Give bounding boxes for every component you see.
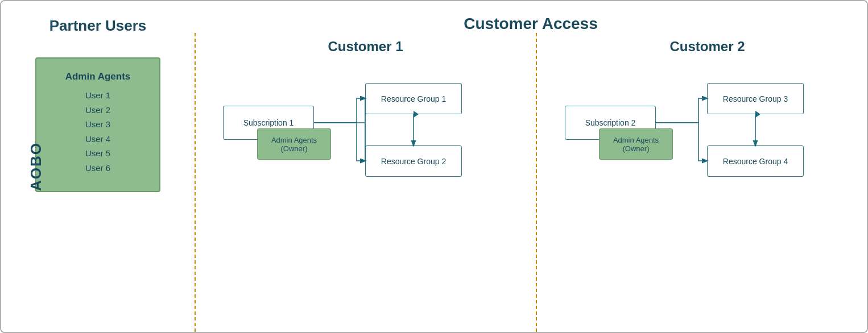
admin-agents-user-1: User 1 bbox=[85, 88, 110, 103]
resource-group4-box: Resource Group 4 bbox=[707, 145, 804, 177]
admin-agents-owner1-box: Admin Agents (Owner) bbox=[257, 128, 331, 160]
resource-group3-box: Resource Group 3 bbox=[707, 83, 804, 114]
admin-agents-box-title: Admin Agents bbox=[65, 71, 131, 82]
admin-agents-box: Admin Agents User 1 User 2 User 3 User 4… bbox=[35, 57, 160, 192]
customer2-title: Customer 2 bbox=[669, 39, 745, 55]
resource-group2-box: Resource Group 2 bbox=[365, 145, 462, 177]
admin-agents-user-4: User 4 bbox=[85, 132, 110, 147]
main-container: Partner Users AOBO Admin Agents User 1 U… bbox=[0, 0, 868, 333]
customer-access-title: Customer Access bbox=[195, 15, 867, 33]
partner-users-title: Partner Users bbox=[49, 17, 147, 35]
customer1-diagram: Subscription 1 Admin Agents (Owner) Reso… bbox=[206, 72, 525, 332]
customers-row: Customer 1 Subscription 1 Admin Agents (… bbox=[195, 33, 867, 332]
aobo-label: AOBO bbox=[27, 142, 45, 191]
customer-access-panel: Customer Access Customer 1 Subscription … bbox=[195, 1, 867, 332]
admin-agents-user-3: User 3 bbox=[85, 117, 110, 132]
admin-agents-user-5: User 5 bbox=[85, 146, 110, 161]
partner-users-panel: Partner Users AOBO Admin Agents User 1 U… bbox=[1, 1, 195, 332]
customer2-diagram: Subscription 2 Admin Agents (Owner) Reso… bbox=[548, 72, 867, 332]
admin-agents-user-6: User 6 bbox=[85, 161, 110, 176]
customer2-col: Customer 2 Subscription 2 Admin Agents (… bbox=[525, 33, 867, 332]
admin-agents-owner2-box: Admin Agents (Owner) bbox=[599, 128, 673, 160]
customer1-col: Customer 1 Subscription 1 Admin Agents (… bbox=[195, 33, 525, 332]
admin-agents-user-2: User 2 bbox=[85, 103, 110, 118]
customer1-title: Customer 1 bbox=[328, 39, 403, 55]
resource-group1-box: Resource Group 1 bbox=[365, 83, 462, 114]
